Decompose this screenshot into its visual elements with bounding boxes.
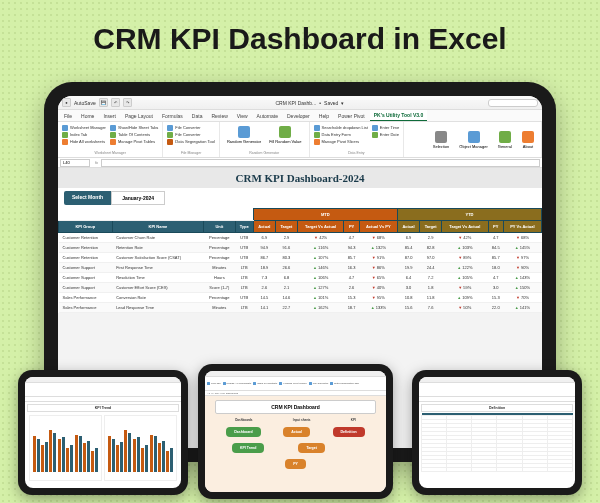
selection-button[interactable]: Selection xyxy=(430,129,452,151)
ribbon-tab-formulas[interactable]: Formulas xyxy=(158,111,187,121)
nav-actual-button[interactable]: Actual xyxy=(283,427,310,437)
ribbon-group-label: Data Entry xyxy=(314,151,400,155)
table-row: Customer SupportCustomer Effort Score (C… xyxy=(59,283,542,293)
ribbon-tab-file[interactable]: File xyxy=(60,111,76,121)
dashboard-title-bar: CRM KPI Dashboard-2024 xyxy=(58,168,542,188)
show-hide-tabs-button[interactable]: Show/Hide Sheet Tabs xyxy=(110,124,158,131)
ytd-header: YTD xyxy=(397,209,541,221)
nav-kpi-trend-button[interactable]: KPI Trend xyxy=(232,443,264,453)
ribbon-group-label: File Manager xyxy=(167,151,215,155)
hero-title: CRM KPI Dashboard in Excel xyxy=(0,0,600,70)
about-button[interactable]: About xyxy=(519,129,537,151)
select-month-dropdown[interactable]: January-2024 xyxy=(111,191,165,205)
undo-icon[interactable]: ↶ xyxy=(111,98,120,107)
col-py-y: PY xyxy=(488,221,503,233)
mini-title: Definition xyxy=(421,404,573,412)
formula-input[interactable] xyxy=(101,159,540,167)
manage-pivot-button[interactable]: Manage Pivot Tables xyxy=(110,138,158,145)
ribbon-group-label: Worksheet Manager xyxy=(62,151,158,155)
col-tva: Target Vs Actual xyxy=(297,221,344,233)
general-button[interactable]: General xyxy=(495,129,515,151)
formula-bar: L40 fx xyxy=(58,158,542,168)
table-row: Customer RetentionCustomer Satisfaction … xyxy=(59,253,542,263)
save-icon[interactable]: 💾 xyxy=(99,98,108,107)
nav-py-button[interactable]: PY xyxy=(285,459,306,469)
mini-ribbon xyxy=(419,383,575,397)
thumbnail-definition: Definition xyxy=(412,370,582,495)
mini-ribbon: Flag TabUnhide All worksheetsTable Of Co… xyxy=(205,377,386,391)
search-input[interactable] xyxy=(488,99,538,107)
data-entry-form-button[interactable]: Data Entry Form xyxy=(314,131,368,138)
col-actual-y: Actual xyxy=(397,221,419,233)
thumbnail-navigation: Flag TabUnhide All worksheetsTable Of Co… xyxy=(198,364,393,499)
col-py: PY xyxy=(344,221,359,233)
select-month-label: Select Month xyxy=(64,191,111,205)
mini-dashboard-title: CRM KPI Dashboard xyxy=(215,400,376,414)
ribbon-tab-data[interactable]: Data xyxy=(188,111,207,121)
redo-icon[interactable]: ↷ xyxy=(123,98,132,107)
ribbon-tab-review[interactable]: Review xyxy=(207,111,231,121)
table-row: Sales PerformanceLead Response TimeMinut… xyxy=(59,303,542,313)
ribbon-tab-developer[interactable]: Developer xyxy=(283,111,314,121)
fx-icon[interactable]: fx xyxy=(95,160,98,165)
ribbon-group-random: Random Generator Fill Random Value Rando… xyxy=(220,122,310,157)
ribbon-tabs: FileHomeInsertPage LayoutFormulasDataRev… xyxy=(58,110,542,122)
col-type: Type xyxy=(235,221,253,233)
table-row: Customer SupportFirst Response TimeMinut… xyxy=(59,263,542,273)
col-dashboards-label: Dashboards xyxy=(235,418,252,422)
table-of-contents-button[interactable]: Table Of Contents xyxy=(110,131,158,138)
col-kpi-label: KPI xyxy=(351,418,356,422)
mtd-header: MTD xyxy=(253,209,397,221)
worksheet[interactable]: CRM KPI Dashboard-2024 Select Month Janu… xyxy=(58,168,542,313)
kpi-trend-chart xyxy=(27,413,179,483)
thumbnail-kpi-trend: KPI Trend xyxy=(18,370,188,495)
ribbon-tab-insert[interactable]: Insert xyxy=(99,111,120,121)
nav-definition-button[interactable]: Definition xyxy=(333,427,365,437)
ribbon-tab-home[interactable]: Home xyxy=(77,111,98,121)
ribbon-tab-pk-s-utility-tool-v3-0[interactable]: PK's Utility Tool V3.0 xyxy=(370,110,427,121)
enter-time-button[interactable]: Enter Time xyxy=(372,124,399,131)
ribbon-tab-view[interactable]: View xyxy=(233,111,252,121)
object-manager-button[interactable]: Object Manager xyxy=(456,129,490,151)
col-avt-y: Target Vs Actual xyxy=(442,221,489,233)
nav-dashboard-button[interactable]: Dashboard xyxy=(226,427,260,437)
ribbon-tab-page-layout[interactable]: Page Layout xyxy=(121,111,157,121)
table-row: Customer RetentionCustomer Churn RatePer… xyxy=(59,233,542,243)
col-pyva-y: PY Vs Actual xyxy=(503,221,541,233)
enter-date-button[interactable]: Enter Date xyxy=(372,131,399,138)
mini-title: KPI Trend xyxy=(27,404,179,412)
fill-random-button[interactable]: Fill Random Value xyxy=(266,124,304,150)
dashboard-title: CRM KPI Dashboard-2024 xyxy=(58,172,542,184)
ribbon-group-file: File Converter File Converter Data Segre… xyxy=(163,122,220,157)
file-name[interactable]: CRM KPI Dashb... xyxy=(275,100,316,106)
col-target-y: Target xyxy=(420,221,442,233)
file-converter-button[interactable]: File Converter xyxy=(167,124,215,131)
table-row: Sales PerformanceConversion RatePercenta… xyxy=(59,293,542,303)
col-actual: Actual xyxy=(253,221,275,233)
worksheet-manager-button[interactable]: Worksheet Manager xyxy=(62,124,106,131)
ribbon-group-dataentry: Searchable dropdown List Data Entry Form… xyxy=(310,122,405,157)
hide-worksheets-button[interactable]: Hide All worksheets xyxy=(62,138,106,145)
table-row: Customer RetentionRetention RatePercenta… xyxy=(59,243,542,253)
col-kpi-group: KPI Group xyxy=(59,221,113,233)
nav-target-button[interactable]: Target xyxy=(298,443,324,453)
file-converter-2-button[interactable]: File Converter xyxy=(167,131,215,138)
manage-slicers-button[interactable]: Manage Pivot Slicers xyxy=(314,138,368,145)
col-target: Target xyxy=(275,221,297,233)
mini-ribbon xyxy=(25,383,181,397)
ribbon-tab-power-pivot[interactable]: Power Pivot xyxy=(334,111,369,121)
col-unit: Unit xyxy=(204,221,236,233)
index-tab-button[interactable]: Index Tab xyxy=(62,131,106,138)
col-avp: Actual Vs PY xyxy=(359,221,397,233)
ribbon-tab-automate[interactable]: Automate xyxy=(253,111,282,121)
table-row: Customer SupportResolution TimeHoursLTB7… xyxy=(59,273,542,283)
random-generator-button[interactable]: Random Generator xyxy=(224,124,264,150)
autosave-label: AutoSave xyxy=(74,100,96,106)
searchable-dropdown-button[interactable]: Searchable dropdown List xyxy=(314,124,368,131)
autosave-toggle[interactable]: ● xyxy=(62,98,71,107)
save-status: Saved xyxy=(324,100,338,106)
name-box[interactable]: L40 xyxy=(60,159,90,167)
data-segregation-button[interactable]: Data Segregation Tool xyxy=(167,138,215,145)
ribbon-tab-help[interactable]: Help xyxy=(315,111,333,121)
ribbon-body: Worksheet Manager Index Tab Hide All wor… xyxy=(58,122,542,158)
